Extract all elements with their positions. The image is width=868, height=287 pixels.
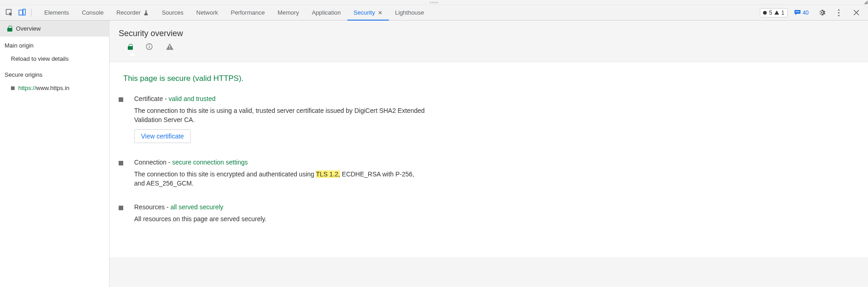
origin-scheme: https:// [18,85,36,91]
close-icon[interactable]: ✕ [378,10,382,16]
view-certificate-button[interactable]: View certificate [134,129,191,143]
section-description: All resources on this page are served se… [134,214,267,223]
tab-label: Elements [44,9,69,16]
flask-icon [143,10,149,16]
warning-triangle-icon [774,11,779,15]
main-area: Overview Main origin Reload to view deta… [0,21,868,287]
settings-gear-icon[interactable] [815,6,828,19]
origin-indicator-icon [11,86,15,90]
section-description: The connection to this site is using a v… [134,106,426,125]
status-warning-icon[interactable] [166,43,174,52]
svg-rect-3 [795,11,800,12]
tab-label: Memory [277,9,299,16]
tab-sources[interactable]: Sources [155,5,190,20]
tab-lighthouse[interactable]: Lighthouse [389,5,431,20]
security-content: Security overview This page is secure (v… [110,21,868,287]
tab-label: Security [354,9,375,16]
lock-icon [7,26,12,32]
window-top-strip [0,0,868,5]
sidebar-item-overview[interactable]: Overview [0,21,109,37]
status-info-icon[interactable] [146,43,153,52]
status-caret [119,52,859,55]
origin-host: www.https.in [36,85,69,91]
message-count: 40 [803,10,809,16]
origin-url: https://www.https.in [18,85,69,91]
svg-point-5 [838,12,839,13]
section-connection: Connection - secure connection settings … [119,159,859,188]
section-status: secure connection settings [172,159,248,166]
security-sidebar: Overview Main origin Reload to view deta… [0,21,110,287]
content-header: Security overview [110,21,868,62]
device-toolbar-icon[interactable] [16,6,28,19]
tab-label: Recorder [116,9,141,16]
errors-warnings-pill[interactable]: 5 1 [760,8,787,17]
tab-label: Network [196,9,218,16]
messages-pill[interactable]: 40 [792,8,810,17]
tab-label: Sources [162,9,183,16]
section-description: The connection to this site is encrypted… [134,170,426,188]
section-status: all served securely [170,203,223,211]
section-bullet-icon [119,97,123,102]
section-certificate: Certificate - valid and trusted The conn… [119,95,859,143]
tab-performance[interactable]: Performance [225,5,271,20]
section-title: Connection - secure connection settings [134,159,426,166]
section-title: Resources - all served securely [134,203,267,211]
tab-label: Lighthouse [395,9,424,16]
svg-rect-11 [169,48,170,49]
tab-network[interactable]: Network [190,5,225,20]
conn-desc-highlight: TLS 1.2, [316,170,340,178]
secure-headline: This page is secure (valid HTTPS). [123,74,859,83]
tab-security[interactable]: Security ✕ [347,5,389,20]
section-label: Resources [134,203,165,211]
warning-count: 1 [781,10,784,16]
svg-rect-1 [19,10,22,15]
more-menu-icon[interactable] [832,6,845,19]
svg-rect-8 [149,46,150,48]
section-bullet-icon [119,206,123,210]
svg-rect-10 [169,45,170,48]
tab-label: Application [312,9,341,16]
section-label: Certificate [134,95,163,102]
close-devtools-icon[interactable] [850,6,863,19]
status-secure-icon[interactable] [128,44,133,51]
tab-application[interactable]: Application [305,5,347,20]
security-panel: This page is secure (valid HTTPS). Certi… [110,62,868,257]
tab-console[interactable]: Console [75,5,110,20]
section-status: valid and trusted [168,95,215,102]
tab-recorder[interactable]: Recorder [110,5,155,20]
resize-handle-icon[interactable] [864,0,868,4]
error-count: 5 [769,10,772,16]
svg-rect-9 [149,45,150,46]
drag-grip-icon[interactable] [430,2,438,3]
sidebar-origin-item[interactable]: https://www.https.in [0,81,109,95]
section-label: Connection [134,159,167,166]
inspect-element-icon[interactable] [3,6,16,19]
error-dot-icon [763,11,767,15]
svg-point-4 [838,9,839,11]
page-title: Security overview [119,29,859,38]
section-title: Certificate - valid and trusted [134,95,426,102]
sidebar-heading-main-origin: Main origin [0,37,109,52]
section-resources: Resources - all served securely All reso… [119,203,859,223]
sidebar-heading-secure-origins: Secure origins [0,66,109,81]
tab-memory[interactable]: Memory [271,5,305,20]
sidebar-reload-hint[interactable]: Reload to view details [0,52,109,66]
section-dash: - [163,95,168,102]
svg-rect-2 [23,9,25,15]
section-dash: - [167,159,172,166]
tab-label: Performance [231,9,265,16]
tab-elements[interactable]: Elements [38,5,75,20]
tab-label: Console [82,9,104,16]
devtools-tabs: Elements Console Recorder Sources Networ… [38,5,430,20]
conn-desc-pre: The connection to this site is encrypted… [134,170,316,178]
devtools-tabbar: Elements Console Recorder Sources Networ… [0,5,868,21]
section-bullet-icon [119,161,123,165]
section-dash: - [165,203,170,211]
tabbar-divider [31,9,31,17]
status-group: 5 1 40 [760,6,865,19]
sidebar-item-label: Overview [16,25,41,32]
svg-point-6 [838,15,839,16]
status-icon-row [119,38,859,52]
message-icon [794,9,801,16]
